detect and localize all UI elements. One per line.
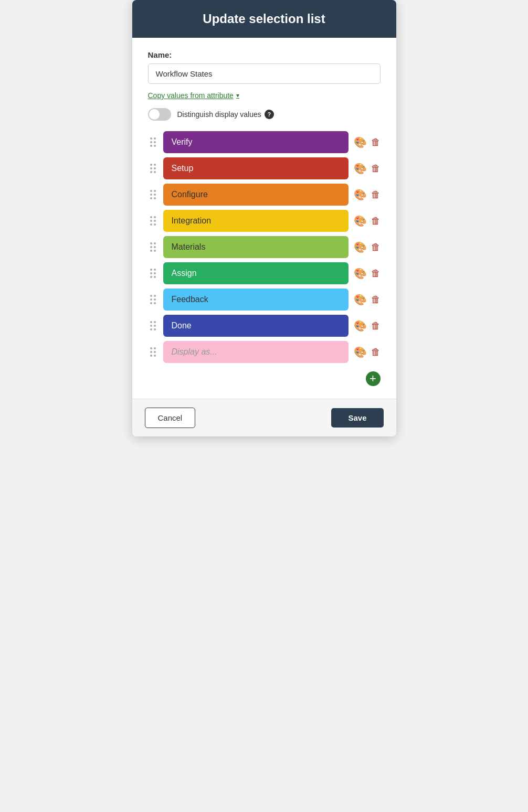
list-item: 🎨🗑 <box>148 315 381 337</box>
palette-icon[interactable]: 🎨 <box>354 188 367 201</box>
item-actions: 🎨🗑 <box>354 136 381 148</box>
drag-handle[interactable] <box>148 240 158 254</box>
item-label-input[interactable] <box>163 131 349 153</box>
palette-icon[interactable]: 🎨 <box>354 346 367 358</box>
toggle-label: Distinguish display values ? <box>177 110 274 119</box>
delete-icon[interactable]: 🗑 <box>371 137 381 148</box>
drag-handle[interactable] <box>148 188 158 201</box>
drag-handle[interactable] <box>148 345 158 359</box>
list-item: 🎨🗑 <box>148 236 381 258</box>
delete-icon[interactable]: 🗑 <box>371 294 381 305</box>
list-item: 🎨🗑 <box>148 157 381 179</box>
item-label-input[interactable] <box>163 315 349 337</box>
add-item-button[interactable]: + <box>366 371 381 386</box>
delete-icon[interactable]: 🗑 <box>371 320 381 332</box>
copy-values-text: Copy values from attribute <box>148 91 234 100</box>
copy-values-link[interactable]: Copy values from attribute ▾ <box>148 91 239 100</box>
modal-footer: Cancel Save <box>132 399 396 436</box>
modal-body: Name: Copy values from attribute ▾ Disti… <box>132 38 396 399</box>
list-item: 🎨🗑 <box>148 210 381 232</box>
add-button-row: + <box>148 369 381 390</box>
list-item: 🎨🗑 <box>148 184 381 206</box>
item-label-input[interactable] <box>163 184 349 206</box>
item-actions: 🎨🗑 <box>354 267 381 280</box>
items-list: 🎨🗑🎨🗑🎨🗑🎨🗑🎨🗑🎨🗑🎨🗑🎨🗑🎨🗑 <box>148 131 381 363</box>
drag-handle[interactable] <box>148 162 158 175</box>
toggle-row: Distinguish display values ? <box>148 108 381 121</box>
distinguish-toggle[interactable] <box>148 108 171 121</box>
item-actions: 🎨🗑 <box>354 188 381 201</box>
item-label-input[interactable] <box>163 157 349 179</box>
item-actions: 🎨🗑 <box>354 162 381 175</box>
palette-icon[interactable]: 🎨 <box>354 162 367 175</box>
palette-icon[interactable]: 🎨 <box>354 215 367 227</box>
list-item: 🎨🗑 <box>148 289 381 311</box>
palette-icon[interactable]: 🎨 <box>354 136 367 148</box>
name-input[interactable] <box>148 63 381 84</box>
help-icon[interactable]: ? <box>265 110 274 119</box>
delete-icon[interactable]: 🗑 <box>371 216 381 227</box>
list-item: 🎨🗑 <box>148 262 381 284</box>
delete-icon[interactable]: 🗑 <box>371 347 381 358</box>
drag-handle[interactable] <box>148 214 158 228</box>
modal-dialog: Update selection list Name: Copy values … <box>132 0 396 436</box>
drag-handle[interactable] <box>148 266 158 280</box>
item-label-input[interactable] <box>163 236 349 258</box>
item-label-input[interactable] <box>163 210 349 232</box>
item-label-input[interactable] <box>163 341 349 363</box>
item-actions: 🎨🗑 <box>354 346 381 358</box>
delete-icon[interactable]: 🗑 <box>371 268 381 279</box>
delete-icon[interactable]: 🗑 <box>371 242 381 253</box>
item-actions: 🎨🗑 <box>354 241 381 253</box>
drag-handle[interactable] <box>148 319 158 333</box>
item-actions: 🎨🗑 <box>354 215 381 227</box>
item-actions: 🎨🗑 <box>354 293 381 306</box>
chevron-down-icon: ▾ <box>236 92 239 99</box>
cancel-button[interactable]: Cancel <box>145 408 196 428</box>
palette-icon[interactable]: 🎨 <box>354 319 367 332</box>
list-item: 🎨🗑 <box>148 131 381 153</box>
save-button[interactable]: Save <box>331 408 383 428</box>
modal-title: Update selection list <box>143 12 386 26</box>
delete-icon[interactable]: 🗑 <box>371 163 381 174</box>
item-label-input[interactable] <box>163 289 349 311</box>
name-label: Name: <box>148 50 381 59</box>
delete-icon[interactable]: 🗑 <box>371 189 381 200</box>
drag-handle[interactable] <box>148 135 158 149</box>
palette-icon[interactable]: 🎨 <box>354 293 367 306</box>
modal-header: Update selection list <box>132 0 396 38</box>
palette-icon[interactable]: 🎨 <box>354 267 367 280</box>
drag-handle[interactable] <box>148 293 158 306</box>
palette-icon[interactable]: 🎨 <box>354 241 367 253</box>
item-actions: 🎨🗑 <box>354 319 381 332</box>
item-label-input[interactable] <box>163 262 349 284</box>
list-item: 🎨🗑 <box>148 341 381 363</box>
